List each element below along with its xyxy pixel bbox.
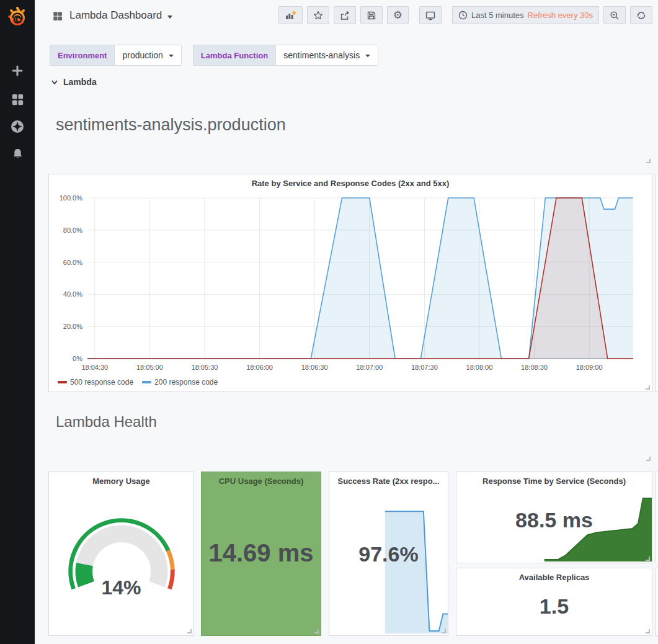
variable-environment-value-text: production: [122, 50, 162, 60]
panel-memory-usage: Memory Usage 14%: [48, 472, 194, 636]
dashboard-title[interactable]: Lambda Dashboard: [69, 9, 172, 22]
panel-title[interactable]: Success Rate (2xx respo...: [329, 472, 448, 486]
svg-text:0%: 0%: [73, 355, 82, 362]
panel-available-replicas: Available Replicas 1.5: [456, 568, 652, 636]
toolbar: ⚙ Last 5 minutes Refresh every 30s: [274, 6, 652, 24]
chevron-down-icon: [51, 78, 58, 86]
success-rate-sparkline: [329, 506, 448, 633]
settings-button[interactable]: ⚙: [387, 6, 409, 24]
chevron-down-icon: [167, 16, 172, 19]
add-panel-button[interactable]: [278, 6, 303, 24]
timeseries-plot[interactable]: 0%20.0%40.0%60.0%80.0%100.0%18:04:3018:0…: [49, 190, 652, 384]
panel-rate-by-service: Rate by Service and Response Codes (2xx …: [48, 174, 652, 392]
panel-cpu-usage: CPU Usage (Seconds) 14.69 ms: [201, 472, 321, 636]
cpu-usage-value: 14.69 ms: [202, 539, 321, 567]
dashboard-grid-icon: [52, 11, 63, 24]
zoom-out-button[interactable]: [603, 6, 626, 24]
dashboards-icon[interactable]: [10, 92, 25, 107]
lambda-health-heading: Lambda Health: [56, 413, 157, 431]
panel-resize-handle[interactable]: [314, 629, 319, 633]
panel-resize-handle[interactable]: [646, 457, 651, 461]
grafana-logo-icon[interactable]: [6, 5, 29, 29]
text-panel-function-name: sentiments-analysis.production: [48, 110, 652, 165]
panel-resize-handle[interactable]: [646, 159, 651, 163]
panel-resize-handle[interactable]: [646, 385, 650, 390]
function-name-text: sentiments-analysis.production: [56, 115, 286, 135]
dashboard-variables: Environment production Lambda Function s…: [50, 45, 378, 66]
variable-lambda-function-value-text: sentiments-analysis: [283, 50, 360, 60]
add-icon[interactable]: [10, 63, 25, 78]
partial-panel: [655, 472, 658, 563]
refresh-interval-label: Refresh every 30s: [528, 11, 594, 20]
panel-title[interactable]: Response Time by Service (Seconds): [456, 472, 652, 486]
panel-resize-handle[interactable]: [442, 629, 446, 633]
success-rate-value: 97.6%: [329, 542, 448, 566]
svg-text:18:06:30: 18:06:30: [301, 364, 328, 371]
chevron-down-icon: [169, 55, 174, 57]
time-range-label: Last 5 minutes: [471, 11, 524, 20]
gear-icon: ⚙: [393, 10, 402, 20]
alerting-bell-icon[interactable]: [10, 146, 25, 161]
share-button[interactable]: [334, 6, 356, 24]
panel-title[interactable]: Rate by Service and Response Codes (2xx …: [49, 174, 652, 188]
row-header-lambda[interactable]: Lambda: [51, 77, 97, 87]
legend-item[interactable]: 200 response code: [142, 378, 218, 387]
legend-item[interactable]: 500 response code: [58, 378, 133, 387]
star-button[interactable]: [307, 6, 329, 24]
memory-usage-value: 14%: [49, 576, 193, 599]
variable-lambda-function: Lambda Function sentiments-analysis: [193, 45, 378, 66]
panel-resize-handle[interactable]: [646, 557, 650, 561]
row-title: Lambda: [63, 77, 97, 87]
panel-resize-handle[interactable]: [646, 629, 650, 633]
svg-text:18:07:30: 18:07:30: [411, 364, 438, 371]
clock-icon: [458, 11, 468, 20]
search-minus-icon: [611, 12, 618, 19]
legend-swatch: [58, 381, 67, 383]
chart-legend: 500 response code200 response code: [58, 378, 226, 387]
partial-panel: [655, 174, 658, 392]
variable-environment-label: Environment: [50, 45, 114, 65]
time-picker-button[interactable]: Last 5 minutes Refresh every 30s: [452, 6, 599, 24]
share-icon: [341, 11, 349, 19]
refresh-button[interactable]: [630, 6, 652, 24]
available-replicas-value: 1.5: [456, 594, 652, 619]
svg-text:18:08:30: 18:08:30: [521, 364, 548, 371]
chevron-down-icon: [365, 55, 370, 57]
variable-lambda-function-value[interactable]: sentiments-analysis: [275, 45, 378, 65]
svg-text:18:05:30: 18:05:30: [192, 364, 218, 371]
variable-environment-value[interactable]: production: [114, 45, 180, 65]
dashboard-title-text: Lambda Dashboard: [69, 9, 162, 22]
save-icon: [368, 12, 375, 19]
panel-resize-handle[interactable]: [187, 629, 192, 633]
svg-text:80.0%: 80.0%: [63, 226, 82, 234]
panel-title[interactable]: Memory Usage: [49, 472, 193, 486]
svg-text:18:06:00: 18:06:00: [246, 364, 273, 371]
svg-text:18:08:00: 18:08:00: [466, 364, 493, 371]
legend-swatch: [142, 381, 151, 383]
panel-title[interactable]: CPU Usage (Seconds): [202, 472, 321, 486]
svg-text:18:04:30: 18:04:30: [81, 364, 108, 371]
panel-title[interactable]: Available Replicas: [456, 568, 652, 582]
text-panel-lambda-health: Lambda Health: [48, 403, 652, 463]
tv-mode-button[interactable]: [419, 6, 442, 24]
monitor-icon: [426, 12, 434, 19]
panel-success-rate: Success Rate (2xx respo... 97.6%: [329, 472, 448, 636]
response-time-value: 88.5 ms: [456, 508, 652, 532]
partial-panel: [655, 568, 658, 636]
variable-environment: Environment production: [50, 45, 182, 66]
panel-response-time: Response Time by Service (Seconds) 88.5 …: [456, 472, 652, 563]
svg-text:18:05:00: 18:05:00: [136, 364, 163, 371]
svg-text:20.0%: 20.0%: [63, 323, 82, 330]
plus-icon: [293, 11, 296, 14]
explore-compass-icon[interactable]: [10, 119, 25, 134]
variable-lambda-function-label: Lambda Function: [193, 45, 275, 65]
svg-text:40.0%: 40.0%: [63, 290, 82, 298]
star-icon: [314, 11, 322, 19]
svg-text:60.0%: 60.0%: [63, 259, 82, 266]
sidebar: [0, 0, 35, 644]
svg-text:100.0%: 100.0%: [60, 194, 83, 202]
svg-text:18:09:00: 18:09:00: [576, 364, 603, 371]
svg-text:18:07:00: 18:07:00: [356, 364, 383, 371]
save-button[interactable]: [360, 6, 383, 24]
legend-label: 500 response code: [70, 378, 133, 387]
